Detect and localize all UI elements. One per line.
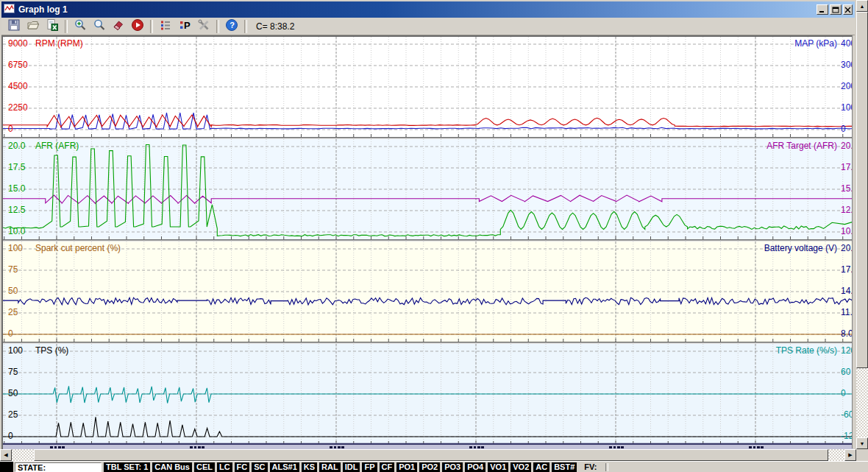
clipped-time-label [190,446,193,448]
status-flag-fp: FP [362,462,377,472]
scroll-left-button[interactable]: ◀ [0,449,12,461]
help-icon: ? [225,18,238,35]
status-flag-can-bus: CAN Bus [152,462,192,472]
save-button[interactable] [4,18,24,35]
status-flags: TBL SET: 1CAN BusCELLCFCSCALS#1KSRALIDLF… [102,462,577,472]
clipped-time-label [617,446,620,448]
clipped-time-label [334,446,336,448]
window-chart-icon [4,3,15,16]
vertical-scrollbar[interactable]: ▲ ▼ [856,0,868,449]
clipped-time-label [761,446,764,448]
clipped-time-label [469,446,472,448]
parameter-list-button[interactable]: P [175,18,194,35]
eraser-icon [112,18,125,35]
clipped-time-label [58,446,61,448]
clipped-time-label [50,446,53,448]
vertical-scroll-thumb[interactable] [856,12,868,368]
status-flag-po4: PO4 [465,462,485,472]
clipped-time-label [757,446,760,448]
status-flag-ks: KS [302,462,317,472]
series-tps [3,417,853,437]
zoom-in-icon [74,18,87,35]
minimize-button[interactable] [817,4,828,15]
clipped-time-label [609,446,612,448]
clipped-time-label [753,446,755,448]
toolbar-separator [65,20,68,33]
close-button[interactable] [843,4,853,15]
status-flag-cf: CF [380,462,395,472]
maximize-button[interactable] [830,4,842,15]
horizontal-scroll-track-right[interactable] [828,449,844,461]
status-flag-cel: CEL [194,462,215,472]
status-flag-als-1: ALS#1 [270,462,299,472]
status-flag-vo2: VO2 [511,462,531,472]
floppy-icon [7,18,21,35]
excel-export-icon [46,18,59,35]
clipped-time-label [330,446,332,448]
state-panel: STATE: [15,462,102,472]
status-led [0,462,13,472]
zoom-in-button[interactable] [71,18,90,35]
clipped-time-label [341,446,344,448]
folder-icon [26,18,40,35]
clipped-time-label [481,446,484,448]
toolbar-buttons: P? [4,18,250,35]
erase-button[interactable] [109,18,128,35]
status-flag-po3: PO3 [442,462,463,472]
horizontal-scroll-thumb[interactable] [34,449,828,461]
status-flag-po2: PO2 [419,462,440,472]
toolbar: P? C= 8:38.2 [1,18,855,35]
cursor-time-readout: C= 8:38.2 [256,21,294,32]
svg-text:P: P [184,20,191,31]
zoom-out-icon [93,18,106,35]
status-flag-lc: LC [217,462,232,472]
status-flag-po1: PO1 [396,462,417,472]
scroll-down-button[interactable]: ▼ [856,437,868,449]
clipped-time-label [198,446,201,448]
export-excel-button[interactable] [43,18,62,35]
title-bar: Graph log 1 [1,1,855,18]
open-button[interactable] [24,18,43,35]
settings-button[interactable] [194,18,213,35]
series-afr-target [3,195,853,203]
chart-panel-3[interactable]: 100755025020.017.014.011.08.0Spark cut p… [3,242,853,342]
chart-panel-4[interactable]: 1007550250120600-60-120TPS (%)TPS Rate (… [3,344,853,444]
toolbar-separator [216,20,219,33]
chart-region-inner: 900067504500225004003002001000RPM (RPM)M… [3,37,853,450]
chart-panel-2[interactable]: 20.017.515.012.510.020.017.515.012.510.0… [3,139,853,239]
clipped-time-label [474,446,476,448]
status-bar: STATE: TBL SET: 1CAN BusCELLCFCSCALS#1KS… [0,461,868,472]
status-flag-fc: FC [235,462,250,472]
series-rpm [3,115,853,127]
tools-icon [197,18,210,35]
series-tps-rate [3,386,853,403]
horizontal-scroll-track-left[interactable] [12,449,34,461]
scroll-up-button[interactable]: ▲ [856,0,868,12]
play-icon [131,18,144,35]
scroll-right-button[interactable]: ▶ [844,449,856,461]
clipped-time-label [202,446,204,448]
svg-text:?: ? [230,21,235,29]
status-divider [605,463,608,471]
status-flag-idl: IDL [343,462,360,472]
toolbar-separator [150,20,153,33]
series-battery-voltage [3,297,853,305]
chart-panel-1[interactable]: 900067504500225004003002001000RPM (RPM)M… [3,37,853,137]
channel-list-button[interactable] [156,18,175,35]
clipped-time-label [194,446,196,448]
window-title: Graph log 1 [18,4,815,15]
help-button[interactable]: ? [222,18,241,35]
clipped-time-label [613,446,616,448]
clipped-time-label [62,446,65,448]
play-button[interactable] [128,18,147,35]
chart-region: 900067504500225004003002001000RPM (RPM)M… [1,35,853,450]
status-flag-ac: AC [533,462,549,472]
parameter-icon: P [178,18,191,35]
status-flag-vo1: VO1 [488,462,508,472]
status-flag-sc: SC [252,462,267,472]
zoom-out-button[interactable] [90,18,109,35]
list-icon [159,18,172,35]
vertical-scroll-track[interactable] [856,368,868,437]
horizontal-scrollbar[interactable]: ◀ ▶ [0,449,856,461]
clipped-time-label [621,446,624,448]
